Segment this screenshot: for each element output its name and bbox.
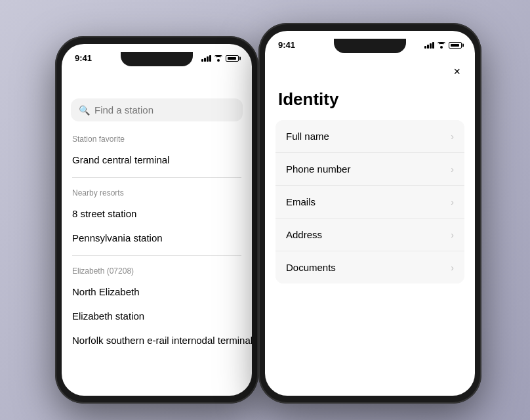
identity-row-address[interactable]: Address ›: [275, 219, 464, 251]
search-bar-container: 🔍: [62, 93, 252, 129]
right-status-icons: [424, 42, 462, 49]
identity-label-fullname: Full name: [286, 131, 329, 142]
divider-2: [72, 255, 241, 256]
right-battery-icon: [449, 42, 462, 49]
identity-row-emails[interactable]: Emails ›: [275, 186, 464, 219]
right-wifi-icon: [438, 42, 445, 49]
chevron-right-emails: ›: [451, 197, 454, 207]
chevron-right-documents: ›: [451, 262, 454, 273]
identity-label-documents: Documents: [286, 262, 336, 273]
left-status-time: 9:41: [75, 53, 92, 63]
chevron-right-fullname: ›: [451, 131, 454, 142]
left-notch: [121, 52, 193, 66]
right-status-time: 9:41: [278, 40, 295, 50]
search-icon: 🔍: [79, 105, 90, 116]
left-phone-screen: 9:41 🔍: [62, 44, 252, 396]
left-phone: 9:41 🔍: [55, 36, 258, 404]
identity-row-phone[interactable]: Phone number ›: [275, 153, 464, 186]
right-signal-icon: [424, 42, 434, 49]
right-notch: [334, 39, 406, 53]
right-content: Identity Full name › Phone number ›: [265, 54, 475, 285]
identity-label-phone: Phone number: [286, 163, 350, 175]
battery-icon: [226, 55, 239, 62]
signal-icon: [201, 55, 211, 62]
chevron-right-phone: ›: [451, 164, 454, 175]
identity-label-emails: Emails: [286, 196, 316, 207]
phones-container: 9:41 🔍: [35, 16, 495, 404]
identity-list: Full name › Phone number › Emails ›: [265, 120, 475, 285]
station-item-norfolk[interactable]: Norfolk southern e-rail internodal termi…: [62, 328, 252, 352]
close-button[interactable]: ×: [453, 65, 460, 79]
section-label-nearby: Nearby resorts: [62, 183, 252, 201]
station-item-north-elizabeth[interactable]: North Elizabeth: [62, 280, 252, 304]
identity-title: Identity: [265, 80, 475, 120]
station-item-8-street[interactable]: 8 street station: [62, 201, 252, 226]
right-phone-screen: 9:41 × Identity: [265, 31, 475, 396]
chevron-right-address: ›: [451, 230, 454, 240]
identity-row-fullname[interactable]: Full name ›: [275, 120, 464, 153]
section-label-favorite: Station favorite: [62, 129, 252, 148]
identity-card: Full name › Phone number › Emails ›: [275, 120, 464, 284]
station-item-elizabeth-station[interactable]: Elizabeth station: [62, 304, 252, 328]
wifi-icon: [214, 55, 222, 62]
divider-1: [72, 177, 241, 178]
identity-label-address: Address: [286, 229, 322, 240]
left-status-icons: [201, 55, 239, 62]
search-bar[interactable]: 🔍: [71, 98, 243, 121]
identity-row-documents[interactable]: Documents ›: [275, 251, 464, 284]
right-phone: 9:41 × Identity: [258, 23, 481, 404]
search-input[interactable]: [94, 104, 235, 116]
station-item-grand-central[interactable]: Grand central terminal: [62, 148, 252, 172]
left-content: 🔍 Station favorite Grand central termina…: [62, 67, 252, 352]
section-label-elizabeth: Elizabeth (07208): [62, 261, 252, 280]
station-item-pennsylvania[interactable]: Pennsylvania station: [62, 226, 252, 250]
